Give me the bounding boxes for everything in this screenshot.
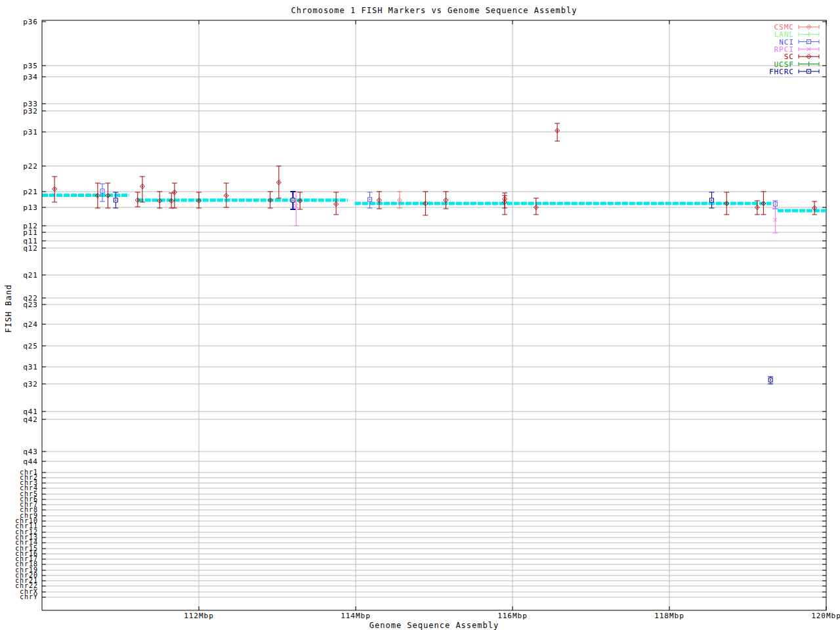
y-tick-label-p34: p34	[23, 73, 38, 81]
data-point-SC-19-dot	[504, 201, 505, 203]
data-point-FHCRC-3-dot	[711, 200, 713, 201]
y-tick-label-q21: q21	[23, 271, 38, 280]
y-tick-label-q24: q24	[23, 320, 38, 329]
y-tick-label-q25: q25	[23, 342, 38, 350]
data-point-SC-12-dot	[278, 182, 280, 183]
y-tick-label-p11: p11	[23, 228, 38, 237]
y-tick-label-p13: p13	[23, 203, 38, 212]
y-tick-label-q44: q44	[23, 457, 38, 466]
legend-symbol-CSMC-dot	[808, 26, 810, 28]
y-tick-label-p36: p36	[23, 18, 38, 26]
y-tick-label-q32: q32	[23, 380, 38, 388]
data-point-NCI-3-dot	[774, 203, 776, 205]
data-point-SC-17-dot	[445, 200, 446, 201]
legend-symbol-FHCRC-dot	[808, 71, 810, 72]
data-point-SC-8-dot	[174, 192, 175, 193]
data-point-SC-9-dot	[198, 200, 200, 201]
data-point-SC-1-dot	[54, 188, 55, 190]
data-point-SC-24-dot	[763, 203, 764, 204]
data-point-SC-4-dot	[137, 200, 138, 201]
plot-border	[42, 20, 826, 610]
data-point-SC-6-dot	[159, 200, 160, 201]
data-point-SC-25-dot	[814, 207, 815, 209]
y-tick-label-q31: q31	[23, 363, 38, 371]
y-tick-label-q12: q12	[23, 244, 38, 253]
legend-label-FHCRC: FHCRC	[769, 68, 794, 76]
data-point-SC-16-dot	[425, 203, 426, 204]
data-point-FHCRC-4-dot	[770, 379, 771, 381]
legend-symbol-SC-dot	[808, 56, 810, 57]
data-point-SC-2-dot	[97, 195, 98, 196]
data-point-SC-7-dot	[171, 200, 172, 201]
data-point-NCI-2-dot	[369, 199, 371, 200]
y-tick-label-p31: p31	[23, 128, 38, 136]
y-tick-label-p21: p21	[23, 188, 38, 196]
data-point-SC-11-dot	[270, 200, 271, 201]
y-tick-label-q42: q42	[23, 415, 38, 424]
data-point-SC-20-dot	[536, 207, 537, 208]
chart-title: Chromosome 1 FISH Markers vs Genome Sequ…	[42, 6, 826, 15]
y-tick-label-p22: p22	[23, 162, 38, 171]
data-point-SC-15-dot	[379, 200, 380, 201]
data-point-SC-10-dot	[226, 195, 227, 196]
x-tick-label-114Mbp: 114Mbp	[341, 612, 371, 620]
data-point-SC-13-dot	[299, 200, 301, 201]
y-tick-label-q23: q23	[23, 301, 38, 309]
y-tick-label-p35: p35	[23, 62, 38, 70]
data-point-SC-21-dot	[556, 130, 558, 131]
data-point-FHCRC-2-dot	[292, 200, 293, 201]
x-tick-label-118Mbp: 118Mbp	[654, 612, 684, 620]
data-point-NCI-1-dot	[102, 190, 103, 192]
y-tick-label-chrY: chrY	[20, 593, 38, 600]
data-point-SC-14-dot	[335, 203, 337, 205]
data-point-FHCRC-1-dot	[115, 200, 116, 201]
y-tick-label-p32: p32	[23, 107, 38, 116]
y-tick-label-q43: q43	[23, 448, 38, 456]
x-tick-label-112Mbp: 112Mbp	[184, 612, 214, 620]
x-axis-title: Genome Sequence Assembly	[42, 621, 826, 630]
x-tick-label-116Mbp: 116Mbp	[497, 612, 528, 620]
data-point-SC-5-dot	[142, 186, 143, 187]
data-point-CSMC-1-dot	[399, 200, 400, 201]
data-point-SC-22-dot	[726, 203, 727, 204]
data-point-SC-3-dot	[107, 195, 108, 196]
legend-symbol-NCI-dot	[808, 41, 810, 43]
y-axis-title: FISH Band	[4, 284, 13, 333]
plot-area: p36p35p34p33p32p31p22p21p13p12p11q11q12q…	[0, 0, 840, 630]
x-tick-label-120Mbp: 120Mbp	[811, 612, 840, 620]
data-point-SC-23-dot	[757, 207, 758, 208]
